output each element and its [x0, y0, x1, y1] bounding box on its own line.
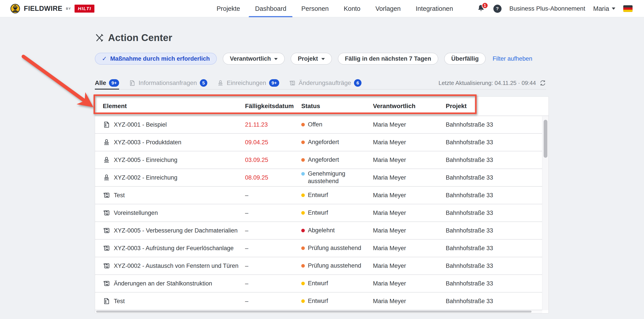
filter-chip-selected[interactable]: ✓ Maßnahme durch mich erforderlich	[95, 53, 217, 65]
filter-chip-1[interactable]: Projekt	[291, 53, 332, 65]
horizontal-scrollbar[interactable]	[95, 310, 542, 313]
brand-name: FIELDWIRE	[24, 5, 62, 12]
language-flag-german[interactable]	[623, 5, 632, 12]
nav-item-label: Dashboard	[255, 5, 286, 12]
due-date: –	[245, 227, 301, 234]
refresh-icon[interactable]	[540, 80, 546, 86]
column-header-0[interactable]: Element	[103, 102, 245, 110]
table-row[interactable]: XYZ-0003 - Produktdaten 09.04.25 Angefor…	[95, 134, 548, 151]
tab-1[interactable]: Informationsanfragen 5	[129, 77, 207, 89]
help-button[interactable]: ?	[493, 5, 502, 13]
status-label: Entwurf	[308, 298, 328, 305]
submittal-icon	[103, 174, 110, 181]
table-row[interactable]: Test – Entwurf Maria Meyer Bahnhofstraße…	[95, 292, 548, 310]
status-dot	[301, 264, 305, 268]
status-label: Genehmigung ausstehend	[308, 170, 364, 185]
table-row[interactable]: XYZ-0001 - Beispiel 21.11.23 Offen Maria…	[95, 116, 548, 134]
tab-list: Alle 9+ Informationsanfragen 5 Einreichu…	[95, 77, 362, 89]
element-cell: XYZ-0003 - Aufrüstung der Feuerlöschanla…	[103, 244, 245, 252]
element-cell: Änderungen an der Stahlkonstruktion	[103, 280, 245, 287]
table-row[interactable]: XYZ-0002 - Austausch von Fenstern und Tü…	[95, 257, 548, 275]
count-badge: 5	[200, 79, 207, 87]
table-row[interactable]: XYZ-0005 - Einreichung 03.09.25 Angeford…	[95, 151, 548, 169]
notifications-button[interactable]: 1	[477, 4, 486, 13]
status-cell: Entwurf	[301, 280, 373, 287]
change-icon	[103, 262, 110, 270]
rfi-icon	[129, 80, 136, 86]
filter-chips: ✓ Maßnahme durch mich erforderlich Veran…	[95, 53, 532, 65]
user-menu[interactable]: Maria	[593, 5, 615, 12]
status-dot	[301, 194, 305, 197]
responsible-cell: Maria Meyer	[373, 139, 446, 146]
column-header-3[interactable]: Verantwortlich	[373, 102, 446, 110]
due-date: 09.04.25	[245, 139, 301, 146]
filter-chip-0[interactable]: Verantwortlich	[223, 53, 285, 65]
notification-badge: 1	[482, 2, 488, 9]
nav-item-0[interactable]: Projekte	[216, 0, 241, 17]
element-label: Test	[114, 298, 125, 305]
filter-chip-label: Überfällig	[451, 55, 479, 62]
tabs-row: Alle 9+ Informationsanfragen 5 Einreichu…	[95, 77, 546, 90]
rfi-icon	[103, 298, 110, 305]
nav-item-label: Personen	[301, 5, 328, 12]
due-date: –	[245, 280, 301, 287]
user-name: Maria	[593, 5, 609, 12]
nav-item-1[interactable]: Dashboard	[254, 0, 287, 17]
subscription-label: Business Plus-Abonnement	[510, 5, 585, 12]
fieldwire-logo[interactable]: FIELDWIRE BY HILTI	[10, 0, 94, 17]
column-header-4[interactable]: Projekt	[446, 102, 548, 110]
status-cell: Prüfung ausstehend	[301, 262, 373, 270]
filter-chip-2[interactable]: Fällig in den nächsten 7 Tagen	[338, 53, 438, 65]
element-cell: XYZ-0002 - Einreichung	[103, 174, 245, 181]
due-date: –	[245, 210, 301, 216]
tab-label: Informationsanfragen	[138, 80, 197, 86]
element-label: XYZ-0001 - Beispiel	[114, 121, 167, 128]
nav-item-4[interactable]: Vorlagen	[374, 0, 402, 17]
table-row[interactable]: Voreinstellungen – Entwurf Maria Meyer B…	[95, 204, 548, 222]
due-date: –	[245, 192, 301, 199]
filter-chip-label: Verantwortlich	[230, 55, 271, 62]
responsible-cell: Maria Meyer	[373, 298, 446, 305]
status-cell: Genehmigung ausstehend	[301, 170, 373, 185]
action-items-table: ElementFälligkeitsdatumStatusVerantwortl…	[95, 96, 549, 314]
status-dot	[301, 211, 305, 215]
tab-0[interactable]: Alle 9+	[95, 77, 119, 89]
nav-item-5[interactable]: Integrationen	[415, 0, 454, 17]
project-cell: Bahnhofstraße 33	[446, 121, 548, 128]
element-cell: XYZ-0003 - Produktdaten	[103, 138, 245, 146]
table-row[interactable]: XYZ-0002 - Einreichung 08.09.25 Genehmig…	[95, 169, 548, 187]
status-cell: Prüfung ausstehend	[301, 244, 373, 252]
status-dot	[301, 282, 305, 285]
table-row[interactable]: Änderungen an der Stahlkonstruktion – En…	[95, 275, 548, 292]
status-label: Prüfung ausstehend	[308, 244, 361, 252]
vertical-scrollbar-thumb[interactable]	[544, 120, 548, 158]
project-cell: Bahnhofstraße 33	[446, 174, 548, 181]
nav-item-2[interactable]: Personen	[300, 0, 330, 17]
vertical-scrollbar[interactable]	[542, 116, 548, 310]
count-badge: 9+	[109, 79, 119, 87]
horizontal-scrollbar-thumb[interactable]	[96, 310, 532, 312]
nav-item-3[interactable]: Konto	[343, 0, 361, 17]
check-icon: ✓	[102, 55, 107, 62]
submittal-icon	[103, 156, 110, 164]
status-cell: Abgelehnt	[301, 227, 373, 234]
due-date: 03.09.25	[245, 157, 301, 164]
project-cell: Bahnhofstraße 33	[446, 298, 548, 305]
table-row[interactable]: XYZ-0003 - Aufrüstung der Feuerlöschanla…	[95, 240, 548, 257]
page-title-row: Action Center	[95, 31, 172, 44]
page-title: Action Center	[108, 32, 172, 43]
tab-3[interactable]: Änderungsaufträge 6	[289, 77, 362, 89]
table-row[interactable]: Test – Entwurf Maria Meyer Bahnhofstraße…	[95, 187, 548, 204]
status-label: Entwurf	[308, 192, 328, 199]
table-body: XYZ-0001 - Beispiel 21.11.23 Offen Maria…	[95, 116, 548, 310]
clear-filters-link[interactable]: Filter aufheben	[492, 55, 532, 62]
filter-chip-3[interactable]: Überfällig	[444, 53, 486, 65]
responsible-cell: Maria Meyer	[373, 280, 446, 287]
table-row[interactable]: XYZ-0005 - Verbesserung der Dachmaterial…	[95, 222, 548, 240]
due-date: –	[245, 245, 301, 252]
responsible-cell: Maria Meyer	[373, 227, 446, 234]
column-header-1[interactable]: Fälligkeitsdatum	[245, 102, 301, 110]
change-icon	[103, 227, 110, 234]
column-header-2[interactable]: Status	[301, 102, 373, 110]
tab-2[interactable]: Einreichungen 9+	[217, 77, 279, 89]
